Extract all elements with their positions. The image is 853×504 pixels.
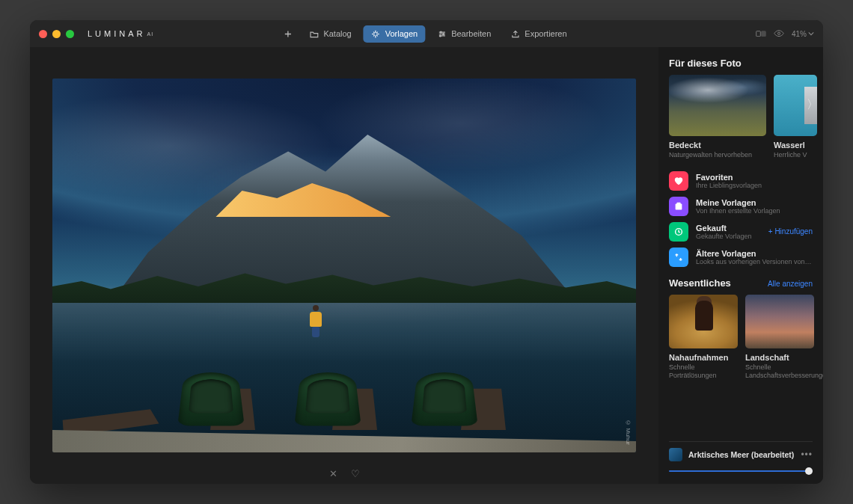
applied-template-icon xyxy=(669,448,682,461)
applied-more-button[interactable]: ••• xyxy=(801,449,813,460)
brand-name: LUMINAR xyxy=(88,29,146,38)
minimize-window-button[interactable] xyxy=(52,30,61,38)
chevron-down-icon xyxy=(808,31,814,36)
nav-catalog[interactable]: Katalog xyxy=(302,25,358,43)
titlebar: LUMINARAI Katalog Vorlagen xyxy=(30,20,823,47)
maximize-window-button[interactable] xyxy=(66,30,74,38)
favorite-button[interactable]: ♡ xyxy=(351,468,360,479)
svg-rect-7 xyxy=(676,203,680,205)
nav-templates-label: Vorlagen xyxy=(385,29,418,38)
collection-favorites[interactable]: Favoriten Ihre Lieblingsvorlagen xyxy=(669,171,813,191)
app-window: LUMINARAI Katalog Vorlagen xyxy=(30,20,823,484)
svg-rect-3 xyxy=(756,31,761,36)
for-this-photo-title: Für dieses Foto xyxy=(669,58,813,69)
applied-template-footer: Arktisches Meer (bearbeitet) ••• xyxy=(669,441,813,476)
template-title: Bedeckt xyxy=(669,141,766,150)
svg-point-2 xyxy=(439,34,441,36)
template-subtitle: Naturgewalten hervorheben xyxy=(669,151,766,159)
collection-subtitle: Von Ihnen erstellte Vorlagen xyxy=(696,207,813,215)
svg-rect-6 xyxy=(676,203,682,209)
template-thumb xyxy=(669,75,766,136)
essentials-card-landscape[interactable]: Landschaft Schnelle Landschaftsverbesser… xyxy=(745,295,814,380)
template-subtitle: Schnelle Landschaftsverbesserungen xyxy=(745,363,814,380)
intensity-slider[interactable] xyxy=(669,466,813,476)
template-subtitle: Herrliche V xyxy=(774,151,817,159)
add-purchased-link[interactable]: + Hinzufügen xyxy=(768,227,813,236)
slider-thumb[interactable] xyxy=(805,467,813,475)
brand-suffix: AI xyxy=(147,31,154,37)
zoom-value: 41% xyxy=(792,30,807,38)
nav-edit-label: Bearbeiten xyxy=(451,29,491,38)
applied-template-name: Arktisches Meer (bearbeitet) xyxy=(688,450,795,459)
template-card-bedeckt[interactable]: Bedeckt Naturgewalten hervorheben xyxy=(669,75,766,159)
essentials-card-closeups[interactable]: Nahaufnahmen Schnelle Porträtlösungen xyxy=(669,295,738,380)
essentials-title: Wesentliches xyxy=(669,277,731,289)
nav-export-label: Exportieren xyxy=(525,29,566,38)
template-thumb xyxy=(669,295,738,348)
app-brand: LUMINARAI xyxy=(88,29,153,38)
main-nav: Katalog Vorlagen Bearbeiten Exportieren xyxy=(278,25,574,43)
collection-purchased[interactable]: Gekauft Gekaufte Vorlagen + Hinzufügen xyxy=(669,222,813,242)
plus-icon xyxy=(283,29,293,39)
body: © Muhur ✕ ♡ Für dieses Foto Bedeckt Natu… xyxy=(30,47,823,484)
svg-point-0 xyxy=(440,31,441,33)
collection-title: Meine Vorlagen xyxy=(696,198,813,207)
canvas-area: © Muhur ✕ ♡ xyxy=(30,47,658,484)
svg-rect-4 xyxy=(762,31,766,36)
scroll-right-button[interactable]: 〉 xyxy=(807,97,819,113)
legacy-icon xyxy=(669,248,688,267)
template-title: Nahaufnahmen xyxy=(669,353,738,362)
collection-subtitle: Gekaufte Vorlagen xyxy=(696,233,761,240)
user-templates-icon xyxy=(669,197,688,216)
collection-legacy[interactable]: Ältere Vorlagen Looks aus vorherigen Ver… xyxy=(669,248,813,267)
section-essentials: Wesentliches Alle anzeigen Nahaufnahmen … xyxy=(669,277,813,380)
nav-catalog-label: Katalog xyxy=(323,29,351,38)
collection-subtitle: Ihre Lieblingsvorlagen xyxy=(696,182,813,189)
template-subtitle: Schnelle Porträtlösungen xyxy=(669,363,738,380)
collection-title: Favoriten xyxy=(696,173,813,182)
svg-point-1 xyxy=(442,33,444,34)
essentials-show-all[interactable]: Alle anzeigen xyxy=(768,280,813,288)
svg-point-5 xyxy=(777,32,780,34)
canvas-tools: ✕ ♡ xyxy=(329,468,360,479)
export-icon xyxy=(510,29,520,39)
sparkle-icon xyxy=(371,29,381,39)
nav-templates[interactable]: Vorlagen xyxy=(364,25,425,43)
collection-title: Gekauft xyxy=(696,224,761,233)
photo-preview[interactable]: © Muhur xyxy=(52,79,636,452)
add-button[interactable] xyxy=(278,25,297,43)
collection-subtitle: Looks aus vorherigen Versionen von Lumin… xyxy=(696,258,813,265)
nav-export[interactable]: Exportieren xyxy=(503,25,574,43)
reject-button[interactable]: ✕ xyxy=(329,468,337,479)
folder-icon xyxy=(309,29,319,39)
titlebar-right: 41% xyxy=(756,28,814,39)
section-for-this-photo: Für dieses Foto Bedeckt Naturgewalten he… xyxy=(669,58,813,159)
template-thumb xyxy=(745,295,814,348)
heart-icon xyxy=(669,171,688,191)
sliders-icon xyxy=(437,29,447,39)
close-window-button[interactable] xyxy=(39,30,47,38)
purchased-icon xyxy=(669,222,688,242)
eye-icon[interactable] xyxy=(774,28,784,39)
nav-edit[interactable]: Bearbeiten xyxy=(429,25,498,43)
collections-list: Favoriten Ihre Lieblingsvorlagen Meine V… xyxy=(669,171,813,267)
compare-icon[interactable] xyxy=(756,28,766,39)
collection-mine[interactable]: Meine Vorlagen Von Ihnen erstellte Vorla… xyxy=(669,197,813,216)
template-title: Landschaft xyxy=(745,353,814,362)
template-card-wasser[interactable]: Wasserl Herrliche V xyxy=(774,75,817,159)
photo-credit: © Muhur xyxy=(625,420,632,445)
templates-sidebar: Für dieses Foto Bedeckt Naturgewalten he… xyxy=(658,47,823,484)
zoom-control[interactable]: 41% xyxy=(792,30,814,38)
window-controls xyxy=(39,30,74,38)
template-title: Wasserl xyxy=(774,141,817,150)
collection-title: Ältere Vorlagen xyxy=(696,249,813,258)
